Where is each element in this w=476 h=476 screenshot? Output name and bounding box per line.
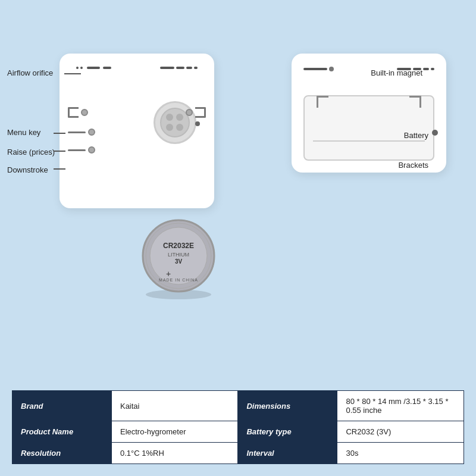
dimensions-value: 80 * 80 * 14 mm /3.15 * 3.15 * 0.55 inch…: [337, 391, 464, 421]
raise-line: [54, 151, 65, 152]
device-card-right: [292, 54, 446, 173]
svg-text:+: +: [166, 269, 171, 278]
svg-text:MADE IN CHINA: MADE IN CHINA: [159, 278, 198, 282]
battery-coin-svg: CR2032E LITHIUM 3V + MADE IN CHINA: [134, 211, 223, 300]
resolution-value: 0.1°C 1%RH: [111, 443, 238, 464]
brand-value: Kaitai: [111, 391, 238, 421]
table-row: Brand Kaitai Dimensions 80 * 80 * 14 mm …: [12, 391, 464, 421]
brackets-label: Brackets: [398, 161, 428, 170]
dimensions-header: Dimensions: [238, 391, 337, 421]
svg-text:LITHIUM: LITHIUM: [168, 252, 189, 258]
svg-text:3V: 3V: [175, 258, 183, 265]
interval-header: Interval: [238, 443, 337, 464]
raise-prices-label: Raise (prices): [7, 148, 55, 156]
svg-text:CR2032E: CR2032E: [163, 242, 194, 250]
airflow-orifice-label: Airflow orifice: [7, 68, 53, 77]
downstroke-line: [54, 168, 65, 170]
diagram-section: Airflow orifice Menu key Raise (prices) …: [0, 36, 476, 321]
specs-table: Brand Kaitai Dimensions 80 * 80 * 14 mm …: [12, 390, 464, 464]
battery-type-value: CR2032 (3V): [337, 421, 464, 443]
resolution-header: Resolution: [12, 443, 112, 464]
table-row: Resolution 0.1°C 1%RH Interval 30s: [12, 443, 464, 464]
airflow-line: [64, 73, 81, 74]
battery-type-header: Battery type: [238, 421, 337, 443]
battery-label: Battery: [404, 131, 428, 140]
battery-coin: CR2032E LITHIUM 3V + MADE IN CHINA: [134, 211, 223, 300]
table-section: Brand Kaitai Dimensions 80 * 80 * 14 mm …: [12, 390, 464, 464]
table-row: Product Name Electro-hygrometer Battery …: [12, 421, 464, 443]
built-in-magnet-label: Built-in magnet: [371, 68, 422, 77]
device-card-left: [60, 54, 214, 208]
downstroke-label: Downstroke: [7, 165, 48, 174]
brand-header: Brand: [12, 391, 112, 421]
product-name-header: Product Name: [12, 421, 112, 443]
product-name-value: Electro-hygrometer: [111, 421, 238, 443]
menu-key-line: [54, 133, 65, 134]
menu-key-label: Menu key: [7, 128, 40, 137]
interval-value: 30s: [337, 443, 464, 464]
